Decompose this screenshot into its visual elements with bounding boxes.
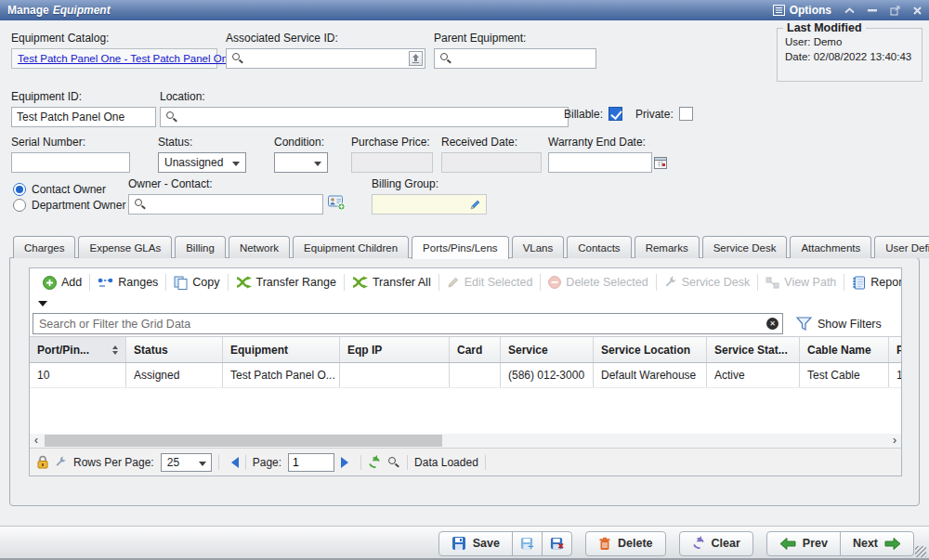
scroll-right-icon[interactable]: ›: [888, 435, 901, 447]
minimize-button[interactable]: [868, 9, 877, 12]
last-modified-user: User: Demo: [785, 36, 914, 47]
received-date-label: Received Date:: [441, 136, 542, 149]
condition-field: Condition:: [274, 136, 328, 173]
billing-group-input[interactable]: [372, 194, 487, 215]
add-button[interactable]: Add: [35, 272, 89, 293]
tab-contacts[interactable]: Contacts: [567, 236, 631, 258]
owner-contact-label: Owner - Contact:: [128, 177, 323, 190]
owner-contact-input[interactable]: [128, 194, 323, 215]
refresh-icon[interactable]: [368, 456, 381, 469]
delete-button[interactable]: Delete: [585, 531, 666, 556]
grid-pager: Rows Per Page: 25 Page: Data Loaded: [30, 448, 901, 475]
tab-user-defined-fields[interactable]: User Defined Fields: [874, 236, 929, 258]
tab-charges[interactable]: Charges: [13, 236, 75, 258]
location-input[interactable]: [160, 107, 569, 127]
status-select[interactable]: Unassigned: [158, 152, 246, 173]
condition-select[interactable]: [274, 152, 328, 173]
parent-equipment-input[interactable]: [434, 48, 596, 69]
calendar-icon[interactable]: [654, 156, 667, 169]
department-owner-radio[interactable]: [13, 199, 26, 212]
next-button[interactable]: Next: [840, 531, 914, 556]
page-prev-icon[interactable]: [226, 457, 239, 468]
equipment-catalog-link[interactable]: Test Patch Panel One - Test Patch Panel …: [18, 53, 233, 64]
contact-owner-label: Contact Owner: [32, 183, 106, 196]
edit-selected-button: Edit Selected: [439, 272, 541, 293]
collapse-button[interactable]: [844, 7, 855, 14]
tab-network[interactable]: Network: [229, 236, 290, 258]
column-header-equipment[interactable]: Equipment: [223, 337, 340, 362]
transfer-all-button[interactable]: Transfer All: [345, 272, 438, 293]
grid-toolbar: Add Ranges Copy Transfer Range: [30, 268, 901, 296]
prev-button[interactable]: Prev: [766, 531, 841, 556]
tab-ports-pins-lens[interactable]: Ports/Pins/Lens: [412, 236, 509, 259]
table-row[interactable]: 10 Assigned Test Patch Panel O... (586) …: [30, 363, 901, 388]
tab-expense-glas[interactable]: Expense GLAs: [78, 236, 172, 258]
toolbar-expander[interactable]: [38, 301, 47, 311]
popout-button[interactable]: [890, 6, 900, 16]
save-button[interactable]: Save: [438, 531, 513, 556]
prev-icon: [779, 538, 796, 550]
serial-number-input[interactable]: [11, 152, 130, 173]
column-header-eqp-ip[interactable]: Eqp IP: [340, 337, 450, 362]
contact-owner-radio[interactable]: [13, 183, 26, 196]
window-title: ManageEquipment: [7, 4, 111, 17]
serial-number-field: Serial Number:: [11, 136, 130, 173]
add-contact-button[interactable]: [328, 195, 346, 211]
rows-per-page-label: Rows Per Page:: [73, 456, 154, 469]
tab-billing[interactable]: Billing: [175, 236, 226, 258]
lock-icon[interactable]: [37, 455, 48, 469]
resize-grip-icon[interactable]: [915, 546, 926, 557]
zoom-icon[interactable]: [387, 456, 400, 469]
horizontal-scrollbar[interactable]: ‹ ›: [30, 434, 901, 448]
rows-per-page-select[interactable]: 25: [161, 453, 212, 472]
transfer-range-button[interactable]: Transfer Range: [229, 272, 344, 293]
billable-checkbox[interactable]: [608, 107, 622, 121]
column-header-clipped[interactable]: P: [889, 337, 902, 362]
equipment-catalog-box: Test Patch Panel One - Test Patch Panel …: [11, 48, 217, 69]
owner-contact-field: Owner - Contact:: [128, 177, 323, 215]
column-header-service-status[interactable]: Service Stat...: [707, 337, 800, 362]
tab-attachments[interactable]: Attachments: [790, 236, 871, 258]
tab-vlans[interactable]: VLans: [512, 236, 565, 258]
scrollbar-thumb[interactable]: [45, 435, 442, 447]
manage-equipment-window: ManageEquipment Options Equipment Catalo…: [0, 0, 929, 560]
save-add-button[interactable]: [512, 531, 543, 556]
scroll-left-icon[interactable]: ‹: [30, 435, 43, 447]
options-button[interactable]: Options: [773, 4, 831, 17]
warranty-end-date-input[interactable]: [548, 152, 652, 173]
ranges-button[interactable]: Ranges: [90, 272, 165, 293]
prev-next-group: Prev Next: [766, 531, 914, 556]
column-header-port-pin[interactable]: Port/Pin...: [30, 337, 126, 362]
edit-pencil-icon[interactable]: [469, 199, 481, 211]
equipment-id-input[interactable]: [11, 107, 156, 127]
column-header-status[interactable]: Status: [126, 337, 223, 362]
copy-icon: [174, 276, 188, 290]
tab-service-desk[interactable]: Service Desk: [702, 236, 788, 258]
column-header-service[interactable]: Service: [501, 337, 594, 362]
page-input[interactable]: [288, 453, 334, 472]
received-date-field: Received Date:: [441, 136, 542, 173]
tab-equipment-children[interactable]: Equipment Children: [293, 236, 409, 258]
column-header-cable-name[interactable]: Cable Name: [800, 337, 889, 362]
report-button[interactable]: Report: [844, 272, 902, 293]
associated-service-id-input[interactable]: [226, 48, 425, 69]
save-remove-button[interactable]: [542, 531, 572, 556]
warranty-end-date-label: Warranty End Date:: [548, 136, 652, 149]
close-button[interactable]: [913, 7, 922, 15]
private-checkbox[interactable]: [679, 107, 693, 121]
copy-button[interactable]: Copy: [166, 272, 227, 293]
wrench-icon[interactable]: [55, 456, 67, 468]
column-header-card[interactable]: Card: [450, 337, 501, 362]
titlebar: ManageEquipment Options: [0, 0, 929, 20]
column-header-service-location[interactable]: Service Location: [594, 337, 707, 362]
show-filters-button[interactable]: Show Filters: [796, 317, 882, 331]
tab-remarks[interactable]: Remarks: [635, 236, 700, 258]
clear-search-icon[interactable]: ✕: [766, 318, 779, 330]
service-id-picker-button[interactable]: [409, 51, 423, 66]
clear-button[interactable]: Clear: [679, 531, 753, 556]
page-next-icon[interactable]: [341, 457, 354, 468]
view-path-button: View Path: [758, 272, 844, 293]
options-icon: [773, 5, 785, 16]
grid-search-input[interactable]: [33, 313, 783, 334]
last-modified-title: Last Modified: [783, 21, 866, 34]
